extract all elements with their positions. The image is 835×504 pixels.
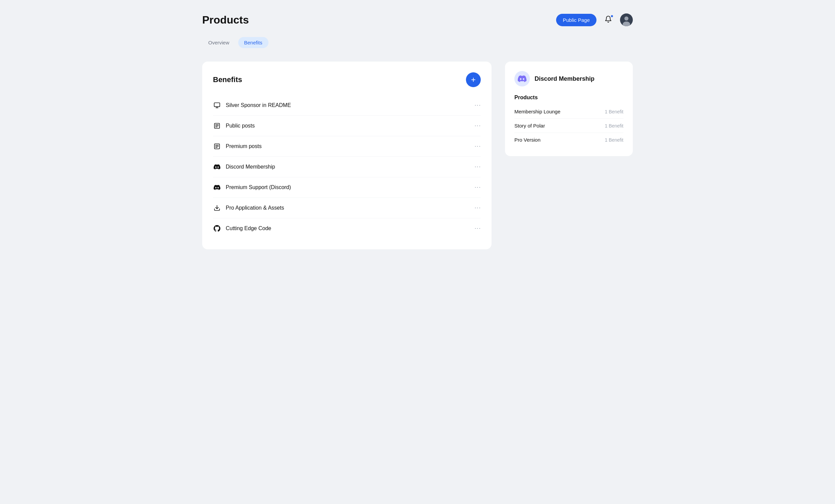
benefits-panel: Benefits + Silver Sponsor in <box>202 62 491 249</box>
github-icon <box>213 224 221 233</box>
article-icon <box>213 142 221 150</box>
benefit-left: Discord Membership <box>213 163 275 171</box>
benefit-left: Premium posts <box>213 142 262 150</box>
product-name: Pro Version <box>514 137 541 143</box>
benefit-name: Pro Application & Assets <box>226 205 284 211</box>
tab-overview[interactable]: Overview <box>202 37 236 48</box>
benefit-menu-button[interactable]: ⋮ <box>475 164 481 170</box>
benefit-name: Discord Membership <box>226 164 275 170</box>
benefit-name: Silver Sponsor in README <box>226 102 291 108</box>
product-name: Membership Lounge <box>514 109 561 115</box>
monitor-icon <box>213 101 221 109</box>
benefit-list: Silver Sponsor in README ⋮ <box>213 95 481 239</box>
avatar[interactable] <box>620 14 633 26</box>
svg-point-1 <box>625 17 628 21</box>
article-icon <box>213 122 221 130</box>
benefit-menu-button[interactable]: ⋮ <box>475 102 481 109</box>
benefit-name: Premium Support (Discord) <box>226 184 291 190</box>
discord-icon <box>213 183 221 191</box>
notification-button[interactable] <box>602 14 615 26</box>
benefit-name: Public posts <box>226 123 255 129</box>
benefit-count: 1 Benefit <box>605 137 624 143</box>
benefit-menu-button[interactable]: ⋮ <box>475 184 481 191</box>
products-section-title: Products <box>514 95 624 101</box>
benefit-menu-button[interactable]: ⋮ <box>475 225 481 232</box>
product-name: Story of Polar <box>514 123 545 128</box>
page-title: Products <box>202 14 249 26</box>
discord-membership-label: Discord Membership <box>534 75 594 82</box>
benefit-left: Cutting Edge Code <box>213 224 271 233</box>
benefit-count: 1 Benefit <box>605 123 624 128</box>
discord-sidebar: Discord Membership Products Membership L… <box>505 62 633 156</box>
tabs: Overview Benefits <box>202 37 633 48</box>
list-item[interactable]: Pro Application & Assets ⋮ <box>213 198 481 218</box>
add-benefit-button[interactable]: + <box>466 72 481 87</box>
section-header: Benefits + <box>213 72 481 87</box>
list-item[interactable]: Silver Sponsor in README ⋮ <box>213 95 481 116</box>
benefit-count: 1 Benefit <box>605 109 624 115</box>
benefits-title: Benefits <box>213 75 242 84</box>
list-item[interactable]: Membership Lounge 1 Benefit <box>514 105 624 119</box>
benefit-name: Cutting Edge Code <box>226 225 271 231</box>
discord-avatar-icon <box>514 71 530 86</box>
benefit-menu-button[interactable]: ⋮ <box>475 123 481 129</box>
list-item[interactable]: Public posts ⋮ <box>213 116 481 136</box>
discord-icon <box>213 163 221 171</box>
benefit-left: Public posts <box>213 122 255 130</box>
list-item[interactable]: Discord Membership ⋮ <box>213 157 481 177</box>
public-page-button[interactable]: Public Page <box>556 14 596 26</box>
list-item[interactable]: Cutting Edge Code ⋮ <box>213 218 481 239</box>
benefit-name: Premium posts <box>226 143 262 149</box>
tab-benefits[interactable]: Benefits <box>238 37 268 48</box>
download-icon <box>213 204 221 212</box>
benefit-menu-button[interactable]: ⋮ <box>475 205 481 211</box>
list-item[interactable]: Pro Version 1 Benefit <box>514 133 624 147</box>
header-actions: Public Page <box>556 14 633 26</box>
benefit-left: Pro Application & Assets <box>213 204 284 212</box>
benefit-menu-button[interactable]: ⋮ <box>475 143 481 150</box>
main-layout: Benefits + Silver Sponsor in <box>202 62 633 249</box>
notification-dot <box>611 15 613 18</box>
list-item[interactable]: Premium posts ⋮ <box>213 136 481 157</box>
list-item[interactable]: Story of Polar 1 Benefit <box>514 119 624 133</box>
discord-header: Discord Membership <box>514 71 624 86</box>
list-item[interactable]: Premium Support (Discord) ⋮ <box>213 177 481 198</box>
header: Products Public Page <box>202 14 633 26</box>
product-list: Membership Lounge 1 Benefit Story of Pol… <box>514 105 624 147</box>
benefit-left: Silver Sponsor in README <box>213 101 291 109</box>
benefit-left: Premium Support (Discord) <box>213 183 291 191</box>
svg-rect-3 <box>214 103 220 107</box>
